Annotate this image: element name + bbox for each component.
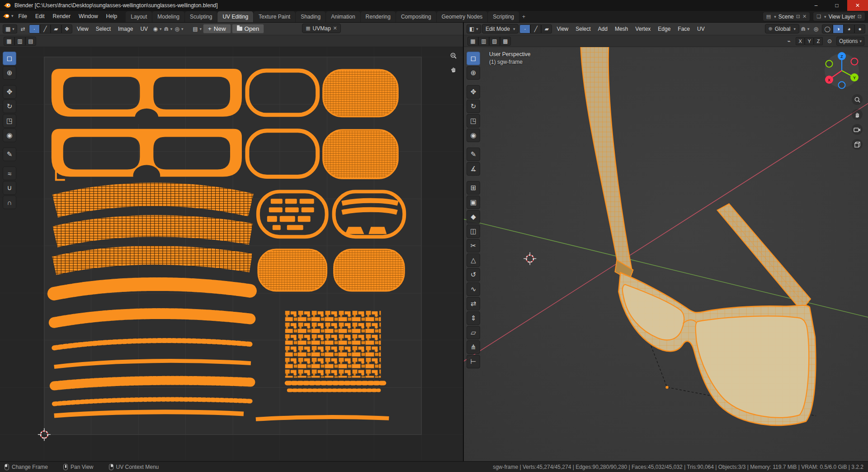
- menu-file[interactable]: File: [14, 11, 31, 21]
- mode-selector[interactable]: Edit Mode ▾: [482, 24, 519, 33]
- camera-view-icon[interactable]: [852, 124, 863, 135]
- options-button[interactable]: Options▾: [836, 37, 864, 46]
- mirror-axis-z[interactable]: Z: [814, 37, 823, 45]
- viewport-menu-select[interactable]: Select: [572, 24, 594, 33]
- uv-tool-cursor[interactable]: ⊕: [3, 66, 16, 80]
- view-layer-copy-icon[interactable]: ⊡: [858, 14, 862, 19]
- uv-tool-transform[interactable]: ◉: [3, 129, 16, 142]
- workspace-tab-texture-paint[interactable]: Texture Paint: [254, 11, 295, 22]
- uv-image-browse-icon[interactable]: ▤▾: [192, 24, 202, 33]
- image-new-button[interactable]: +New: [203, 24, 231, 33]
- uv-menu-image[interactable]: Image: [114, 24, 137, 33]
- vp-tool-rip-region[interactable]: ⋔: [467, 340, 480, 354]
- mesh-select-mode-edge[interactable]: ╱: [530, 24, 541, 33]
- uv-menu-uv[interactable]: UV: [137, 24, 151, 33]
- uv-tool-pinch[interactable]: ∩: [3, 195, 16, 209]
- workspace-tab-shading[interactable]: Shading: [296, 11, 326, 22]
- menu-window[interactable]: Window: [75, 11, 102, 21]
- zoom-icon[interactable]: [448, 51, 458, 61]
- uv-tool-relax[interactable]: ∪: [3, 181, 16, 195]
- viewport-canvas[interactable]: ◻⊕✥↻◳◉✎∡⊞▣◆◫✂△↺∿⇄⇕▱⋔⊢ User Perspective (…: [464, 47, 868, 461]
- vp-tool-poly-build[interactable]: △: [467, 253, 480, 267]
- vp-tool-bevel[interactable]: ◆: [467, 210, 480, 224]
- close-button[interactable]: ✕: [847, 0, 868, 11]
- mesh-select-mode-vertex[interactable]: ∙: [519, 24, 530, 33]
- vp-tool-smooth[interactable]: ∿: [467, 282, 480, 296]
- mirror-axis-y[interactable]: Y: [805, 37, 814, 45]
- vp-tool-inset-faces[interactable]: ▣: [467, 195, 480, 209]
- vp-tool-shrink-fatten[interactable]: ⇕: [467, 311, 480, 325]
- vp-tool-edge-slide[interactable]: ⇄: [467, 297, 480, 310]
- vp-sub-icon-vp-overlay-3[interactable]: ▧: [489, 37, 500, 46]
- uv-sub-icon-uv-overlay-1[interactable]: ▦: [4, 37, 14, 46]
- workspace-tab-sculpting[interactable]: Sculpting: [185, 11, 217, 22]
- uv-proportional-icon[interactable]: ◎▾: [174, 24, 184, 33]
- viewport-menu-face[interactable]: Face: [674, 24, 693, 33]
- vp-tool-shear[interactable]: ▱: [467, 326, 480, 339]
- uv-tool-grab[interactable]: ≈: [3, 167, 16, 180]
- uv-snap-icon[interactable]: ⋒▾: [163, 24, 173, 33]
- vp-tool-extrude-region[interactable]: ⊞: [467, 181, 480, 195]
- viewport-editor-type-button[interactable]: ◧▾: [467, 24, 481, 33]
- workspace-tab-uv-editing[interactable]: UV Editing: [217, 11, 253, 22]
- workspace-tab-compositing[interactable]: Compositing: [396, 11, 436, 22]
- uv-tool-move[interactable]: ✥: [3, 85, 16, 99]
- blender-menu-icon[interactable]: ▾: [3, 11, 14, 20]
- workspace-tab-geometry-nodes[interactable]: Geometry Nodes: [437, 11, 488, 22]
- shading-mode-rendered[interactable]: ●: [854, 24, 865, 33]
- uvmap-selector[interactable]: ▦ UVMap ✕: [302, 24, 341, 33]
- viewport-menu-vertex[interactable]: Vertex: [632, 24, 654, 33]
- uv-select-mode-vertex[interactable]: ∙: [29, 24, 40, 33]
- vp-sub-icon-vp-overlay-2[interactable]: ▥: [478, 37, 489, 46]
- vp-tool-knife[interactable]: ✂: [467, 239, 480, 253]
- uv-select-mode-face[interactable]: ▰: [51, 24, 61, 33]
- maximize-button[interactable]: □: [826, 0, 847, 11]
- transform-pivot-icon[interactable]: ⌁: [784, 37, 794, 46]
- vp-tool-scale[interactable]: ◳: [467, 114, 480, 128]
- minimize-button[interactable]: –: [806, 0, 826, 11]
- menu-help[interactable]: Help: [102, 11, 122, 21]
- uv-select-mode-edge[interactable]: ╱: [40, 24, 51, 33]
- vp-tool-measure[interactable]: ∡: [467, 162, 480, 176]
- viewport-menu-add[interactable]: Add: [594, 24, 611, 33]
- shading-mode-solid[interactable]: ◑: [833, 24, 844, 33]
- scene-selector[interactable]: ▤ ▾ Scene ⊡ ✕: [763, 12, 810, 21]
- uv-editor-type-button[interactable]: ▦▾: [3, 24, 17, 33]
- zoom-icon[interactable]: [852, 94, 863, 105]
- uvmap-close-icon[interactable]: ✕: [333, 25, 337, 31]
- workspace-tab-scripting[interactable]: Scripting: [488, 11, 519, 22]
- vp-tool-tweak[interactable]: ◻: [467, 52, 480, 65]
- viewport-menu-edge[interactable]: Edge: [654, 24, 674, 33]
- vp-tool-rotate[interactable]: ↻: [467, 100, 480, 113]
- uv-menu-view[interactable]: View: [73, 24, 92, 33]
- orthographic-toggle-icon[interactable]: [852, 139, 863, 150]
- viewport-menu-mesh[interactable]: Mesh: [611, 24, 632, 33]
- uv-sync-select-icon[interactable]: ⇄: [18, 24, 28, 33]
- vp-tool-spin[interactable]: ↺: [467, 268, 480, 281]
- vp-tool-annotate[interactable]: ✎: [467, 148, 480, 161]
- image-open-button[interactable]: Open: [232, 24, 264, 33]
- add-workspace-button[interactable]: +: [519, 11, 528, 22]
- vp-tool-cursor[interactable]: ⊕: [467, 66, 480, 80]
- viewport-menu-view[interactable]: View: [553, 24, 572, 33]
- snap-target-icon[interactable]: ⊙: [825, 37, 835, 46]
- uv-tool-rotate[interactable]: ↻: [3, 100, 16, 113]
- vp-tool-loop-cut[interactable]: ◫: [467, 224, 480, 238]
- pan-hand-icon[interactable]: [852, 109, 863, 120]
- workspace-tab-animation[interactable]: Animation: [326, 11, 360, 22]
- workspace-tab-modeling[interactable]: Modeling: [152, 11, 184, 22]
- vp-sub-icon-vp-overlay-4[interactable]: ▩: [500, 37, 511, 46]
- snap-magnet-icon[interactable]: ⋒▾: [800, 24, 810, 33]
- shading-mode-wireframe[interactable]: ◯: [822, 24, 833, 33]
- workspace-tab-layout[interactable]: Layout: [126, 11, 152, 22]
- transform-orientation-selector[interactable]: ⊕ Global ▾: [765, 24, 799, 33]
- pan-hand-icon[interactable]: [448, 64, 458, 74]
- workspace-tab-rendering[interactable]: Rendering: [361, 11, 396, 22]
- vp-tool-transform[interactable]: ◉: [467, 129, 480, 142]
- uv-select-mode-island[interactable]: ❖: [61, 24, 72, 33]
- uv-pivot-icon[interactable]: ◉▾: [152, 24, 162, 33]
- proportional-edit-icon[interactable]: ◎: [811, 24, 821, 33]
- view-layer-selector[interactable]: ❏ ▾ View Layer ⊡: [813, 12, 865, 21]
- menu-edit[interactable]: Edit: [31, 11, 49, 21]
- uv-tool-tweak[interactable]: ◻: [3, 52, 16, 65]
